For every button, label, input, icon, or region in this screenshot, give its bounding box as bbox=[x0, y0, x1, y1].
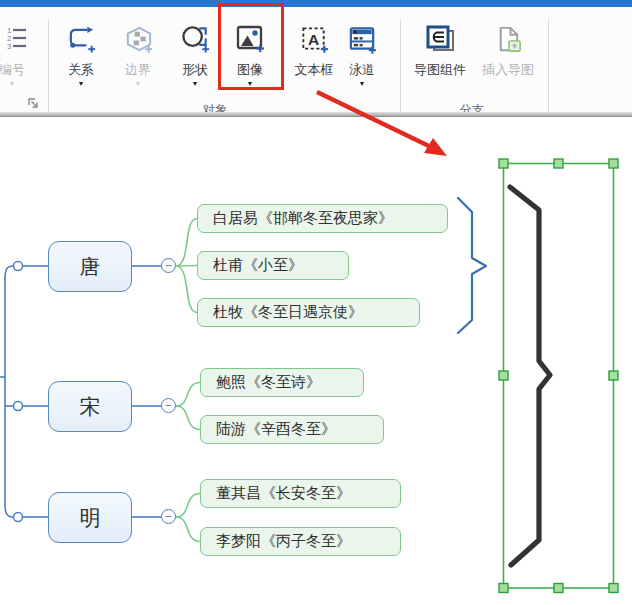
boundary-button: 边界 ▼ bbox=[114, 17, 162, 97]
leaf-node[interactable]: 杜甫《小至》 bbox=[197, 251, 349, 280]
leaf-node[interactable]: 李梦阳《丙子冬至》 bbox=[200, 527, 401, 556]
swimlane-dropdown-arrow[interactable]: ▼ bbox=[338, 79, 386, 89]
collapse-button-ming[interactable]: − bbox=[161, 509, 176, 524]
shape-label: 形状 bbox=[171, 61, 219, 79]
numbering-dropdown-arrow: ▼ bbox=[0, 79, 36, 89]
insert-map-label: 插入导图 bbox=[474, 61, 542, 79]
boundary-dropdown-arrow: ▼ bbox=[114, 79, 162, 89]
numbering-digit: 3 bbox=[7, 42, 12, 51]
textbox-glyph: A bbox=[307, 30, 318, 47]
collapse-button-song[interactable]: − bbox=[161, 398, 176, 413]
map-component-icon bbox=[406, 17, 474, 61]
group-separator bbox=[548, 19, 549, 116]
title-bar bbox=[0, 0, 632, 7]
textbox-label: 文本框 bbox=[284, 61, 344, 79]
insert-map-icon: ✳ bbox=[474, 17, 542, 61]
insert-map-arrow-spacer bbox=[474, 79, 542, 89]
leaf-node[interactable]: 董其昌《长安冬至》 bbox=[200, 479, 401, 508]
swimlane-button[interactable]: 泳道 ▼ bbox=[338, 17, 386, 97]
textbox-arrow-spacer bbox=[284, 79, 344, 89]
insert-map-button: ✳ 插入导图 bbox=[474, 17, 542, 97]
relationship-icon bbox=[57, 17, 105, 61]
boundary-icon bbox=[114, 17, 162, 61]
map-component-button[interactable]: 导图组件 bbox=[406, 17, 474, 97]
branch-node-tang[interactable]: 唐 bbox=[48, 241, 132, 292]
textbox-button[interactable]: A 文本框 bbox=[284, 17, 344, 97]
numbering-button: 1 2 3 编号 ▼ bbox=[0, 17, 36, 97]
branch-node-ming[interactable]: 明 bbox=[48, 492, 132, 543]
dialog-launcher-icon[interactable] bbox=[27, 97, 41, 111]
relationship-button[interactable]: 关系 ▼ bbox=[57, 17, 105, 97]
leaf-node[interactable]: 鲍照《冬至诗》 bbox=[200, 368, 364, 397]
textbox-icon: A bbox=[284, 17, 344, 61]
group-separator bbox=[400, 19, 401, 116]
annotation-highlight-rect bbox=[218, 3, 284, 90]
leaf-node[interactable]: 陆游《辛酉冬至》 bbox=[200, 415, 384, 444]
relationship-dropdown-arrow[interactable]: ▼ bbox=[57, 79, 105, 89]
leaf-node[interactable]: 杜牧《冬至日遇京使》 bbox=[197, 298, 420, 327]
numbering-label: 编号 bbox=[0, 61, 36, 79]
shape-button[interactable]: 形状 ▼ bbox=[171, 17, 219, 97]
relationship-label: 关系 bbox=[57, 61, 105, 79]
ribbon-toolbar: 1 2 3 编号 ▼ bbox=[0, 7, 632, 112]
boundary-label: 边界 bbox=[114, 61, 162, 79]
app-window: 1 2 3 编号 ▼ bbox=[0, 0, 632, 605]
shape-icon bbox=[171, 17, 219, 61]
collapse-button-tang[interactable]: − bbox=[161, 258, 176, 273]
group-separator bbox=[48, 19, 49, 116]
insert-map-badge-glyph: ✳ bbox=[510, 41, 517, 51]
numbering-icon: 1 2 3 bbox=[0, 17, 36, 61]
leaf-node[interactable]: 白居易《邯郸冬至夜思家》 bbox=[197, 204, 448, 233]
swimlane-icon bbox=[338, 17, 386, 61]
branch-node-song[interactable]: 宋 bbox=[48, 381, 132, 432]
map-component-label: 导图组件 bbox=[406, 61, 474, 79]
shape-dropdown-arrow[interactable]: ▼ bbox=[171, 79, 219, 89]
swimlane-label: 泳道 bbox=[338, 61, 386, 79]
map-component-arrow-spacer bbox=[406, 79, 474, 89]
